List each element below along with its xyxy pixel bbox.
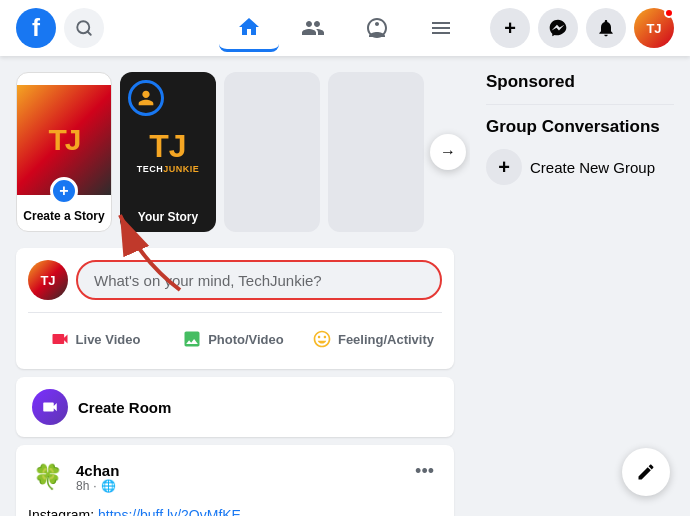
post-meta: 8h · 🌐	[76, 479, 119, 493]
empty-story-2	[328, 72, 424, 232]
right-sidebar: Sponsored Group Conversations + Create N…	[470, 56, 690, 516]
arrow-right-icon: →	[440, 143, 456, 161]
nav-groups-button[interactable]	[347, 4, 407, 52]
svg-line-1	[87, 31, 90, 34]
post-more-button[interactable]: •••	[407, 457, 442, 486]
photo-video-label: Photo/Video	[208, 332, 284, 347]
live-video-icon	[50, 329, 70, 349]
edit-icon	[636, 462, 656, 482]
post-placeholder: What's on your mind, TechJunkie?	[94, 272, 322, 289]
add-story-icon: +	[50, 177, 78, 205]
search-icon	[75, 19, 93, 37]
stories-row: TJ + Create a Story TJ TECHJUNKIE	[16, 72, 454, 232]
post-user-details: 4chan 8h · 🌐	[76, 462, 119, 493]
post-header: 🍀 4chan 8h · 🌐 •••	[28, 457, 442, 497]
post-username: 4chan	[76, 462, 119, 479]
techjunkie-logo: TJ TECHJUNKIE	[137, 130, 200, 174]
more-options-icon: •••	[415, 461, 434, 481]
create-room-button[interactable]: Create Room	[16, 377, 454, 437]
sponsored-heading: Sponsored	[486, 72, 674, 92]
post-user-avatar: 🍀	[28, 457, 68, 497]
create-story-image: TJ +	[16, 85, 112, 195]
instagram-label: Instagram:	[28, 507, 94, 516]
your-story-label: Your Story	[120, 210, 216, 224]
messenger-button[interactable]	[538, 8, 578, 48]
facebook-logo[interactable]: f	[16, 8, 56, 48]
live-video-label: Live Video	[76, 332, 141, 347]
create-new-group-button[interactable]: + Create New Group	[486, 145, 674, 189]
post-time: 8h	[76, 479, 89, 493]
messenger-icon	[548, 18, 568, 38]
post-actions: Live Video Photo/Video Feeling/Activity	[28, 312, 442, 357]
friends-icon	[301, 16, 325, 40]
feeling-activity-label: Feeling/Activity	[338, 332, 434, 347]
group-conversations-heading: Group Conversations	[486, 117, 674, 137]
nav-menu-button[interactable]	[411, 4, 471, 52]
plus-icon: +	[504, 17, 516, 40]
post-globe-icon: ·	[93, 479, 96, 493]
create-group-icon: +	[486, 149, 522, 185]
notifications-button[interactable]	[586, 8, 626, 48]
menu-icon	[429, 16, 453, 40]
create-group-label: Create New Group	[530, 159, 655, 176]
photo-video-button[interactable]: Photo/Video	[166, 321, 300, 357]
user-avatar-text: TJ	[40, 273, 55, 288]
create-story-card[interactable]: TJ + Create a Story	[16, 72, 112, 232]
notification-dot	[664, 8, 674, 18]
nav-right: + TJ	[471, 8, 674, 48]
feeling-activity-button[interactable]: Feeling/Activity	[304, 321, 442, 357]
nav-center	[219, 4, 471, 52]
create-room-label: Create Room	[78, 399, 171, 416]
feed-column: TJ + Create a Story TJ TECHJUNKIE	[0, 56, 470, 516]
groups-icon	[365, 16, 389, 40]
globe-icon: 🌐	[101, 479, 116, 493]
emoji-icon	[312, 329, 332, 349]
search-button[interactable]	[64, 8, 104, 48]
home-icon	[237, 15, 261, 39]
edit-button[interactable]	[622, 448, 670, 496]
main-container: TJ + Create a Story TJ TECHJUNKIE	[0, 56, 690, 516]
story-user-avatar	[128, 80, 164, 116]
sidebar-divider	[486, 104, 674, 105]
empty-story-1	[224, 72, 320, 232]
top-navigation: f +	[0, 0, 690, 56]
nav-left: f	[16, 8, 219, 48]
post-body: Instagram: https://buff.ly/2QvMfKE YouTu…	[28, 505, 442, 516]
your-story-card[interactable]: TJ TECHJUNKIE Your Story	[120, 72, 216, 232]
video-room-icon	[41, 398, 59, 416]
post-input-row: TJ What's on your mind, TechJunkie?	[28, 260, 442, 300]
instagram-link[interactable]: https://buff.ly/2QvMfKE	[98, 507, 241, 516]
post-creation-box: TJ What's on your mind, TechJunkie? Live…	[16, 248, 454, 369]
story-avatar-icon	[135, 87, 157, 109]
nav-friends-button[interactable]	[283, 4, 343, 52]
current-user-avatar: TJ	[28, 260, 68, 300]
post-input-field[interactable]: What's on your mind, TechJunkie?	[76, 260, 442, 300]
photo-icon	[182, 329, 202, 349]
user-avatar-nav[interactable]: TJ	[634, 8, 674, 48]
post-user-info: 🍀 4chan 8h · 🌐	[28, 457, 119, 497]
nav-home-button[interactable]	[219, 4, 279, 52]
bell-icon	[596, 18, 616, 38]
room-icon	[32, 389, 68, 425]
live-video-button[interactable]: Live Video	[28, 321, 162, 357]
stories-next-button[interactable]: →	[430, 134, 466, 170]
post-card: 🍀 4chan 8h · 🌐 ••• Instagram:	[16, 445, 454, 516]
avatar-initials: TJ	[646, 21, 661, 36]
add-button[interactable]: +	[490, 8, 530, 48]
fb-logo-text: f	[32, 14, 40, 42]
